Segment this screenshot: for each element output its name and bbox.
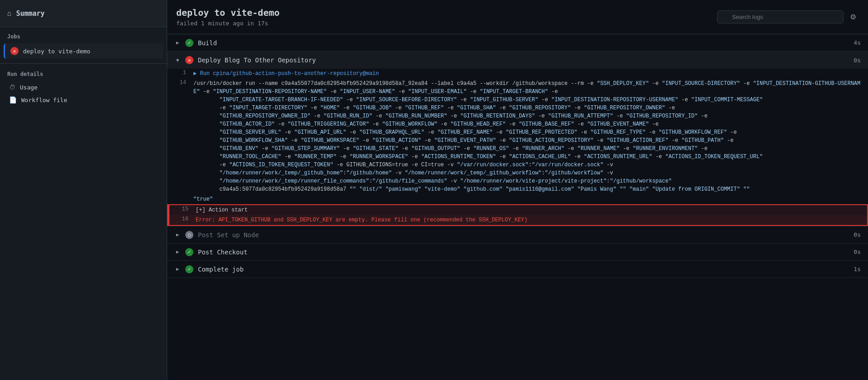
step-status-success-icon-complete-job: ✓ — [185, 265, 193, 273]
step-row-post-checkout[interactable]: ▶ ✓ Post Checkout 0s — [167, 244, 868, 261]
sidebar-job-label: deploy to vite-demo — [23, 48, 90, 55]
main-subtitle: failed 1 minute ago in 17s — [176, 20, 280, 27]
log-line-true: "true" — [167, 194, 868, 204]
chevron-right-icon-post-checkout: ▶ — [174, 249, 181, 255]
header-actions: 🔍 ⚙ — [717, 10, 859, 24]
step-label-post-setup-node: Post Set up Node — [198, 231, 843, 239]
home-icon: ⌂ — [7, 9, 12, 18]
step-row-deploy[interactable]: ▼ ✕ Deploy Blog To Other Oepository 0s — [167, 52, 868, 69]
step-label-build: Build — [198, 39, 843, 47]
chevron-right-icon-complete-job: ▶ — [174, 266, 181, 272]
chevron-right-icon: ▶ — [174, 40, 181, 46]
step-row-post-setup-node[interactable]: ▶ ○ Post Set up Node 0s — [167, 226, 868, 244]
sidebar-job-item-deploy[interactable]: ✕ deploy to vite-demo — [4, 43, 163, 59]
step-row-complete-job[interactable]: ▶ ✓ Complete job 1s — [167, 261, 868, 278]
run-details-section-label: Run details — [7, 71, 160, 77]
job-error-icon: ✕ — [10, 47, 19, 55]
log-line-content-15: [+] Action start — [192, 206, 867, 215]
sidebar: ⌂ Summary Jobs ✕ deploy to vite-demo Run… — [0, 0, 167, 380]
sidebar-summary-label: Summary — [16, 9, 45, 18]
settings-button[interactable]: ⚙ — [847, 10, 859, 24]
step-status-success-icon: ✓ — [185, 39, 193, 47]
step-label-complete-job: Complete job — [198, 266, 843, 273]
log-line-15: 15 [+] Action start — [168, 205, 867, 215]
workflow-file-label: Workflow file — [21, 97, 67, 103]
log-line-num-1: 1 — [167, 69, 190, 76]
sidebar-jobs-section-label: Jobs — [0, 27, 167, 42]
sidebar-usage-item[interactable]: ⏱ Usage — [7, 81, 160, 94]
sidebar-summary[interactable]: ⌂ Summary — [0, 0, 167, 27]
log-line-content-16: Error: API_TOKEN_GITHUB and SSH_DEPLOY_K… — [192, 216, 867, 225]
log-line-content-true: "true" — [190, 195, 868, 204]
step-duration-post-checkout: 0s — [847, 249, 861, 255]
deploy-log-content: 1 ▶ Run cpina/github-action-push-to-anot… — [167, 69, 868, 226]
error-highlight-box: 15 [+] Action start 16 Error: API_TOKEN_… — [167, 204, 868, 226]
main-title: deploy to vite-demo — [176, 7, 280, 18]
log-line-num-15: 15 — [169, 206, 192, 213]
log-line-content-1: ▶ Run cpina/github-action-push-to-anothe… — [190, 69, 868, 78]
search-logs-input[interactable] — [717, 10, 844, 23]
search-wrapper: 🔍 — [717, 10, 844, 23]
step-duration-build: 4s — [847, 39, 861, 46]
log-line-content-14: /usr/bin/docker run --name c9a4a55077da0… — [190, 79, 868, 194]
step-status-skip-icon-post-setup: ○ — [185, 231, 193, 239]
log-line-1: 1 ▶ Run cpina/github-action-push-to-anot… — [167, 69, 868, 79]
main-title-block: deploy to vite-demo failed 1 minute ago … — [176, 7, 280, 27]
log-line-16: 16 Error: API_TOKEN_GITHUB and SSH_DEPLO… — [168, 215, 867, 225]
log-line-num-true — [167, 195, 190, 196]
step-duration-post-setup-node: 0s — [847, 231, 861, 238]
sidebar-run-details: Run details ⏱ Usage 📄 Workflow file — [0, 63, 167, 110]
step-status-error-icon: ✕ — [185, 56, 193, 64]
step-label-deploy: Deploy Blog To Other Oepository — [198, 56, 843, 64]
step-label-post-checkout: Post Checkout — [198, 249, 843, 256]
log-area[interactable]: ▶ ✓ Build 4s ▼ ✕ Deploy Blog To Other Oe… — [167, 34, 868, 380]
step-row-build[interactable]: ▶ ✓ Build 4s — [167, 34, 868, 52]
step-status-success-icon-post-checkout: ✓ — [185, 248, 193, 256]
sidebar-workflow-file-item[interactable]: 📄 Workflow file — [7, 94, 160, 106]
usage-label: Usage — [20, 84, 38, 91]
main-content: deploy to vite-demo failed 1 minute ago … — [167, 0, 868, 380]
workflow-file-icon: 📄 — [9, 96, 17, 103]
log-line-num-14: 14 — [167, 79, 190, 86]
log-line-14: 14 /usr/bin/docker run --name c9a4a55077… — [167, 79, 868, 194]
step-duration-deploy: 0s — [847, 57, 861, 64]
log-line-num-16: 16 — [169, 216, 192, 223]
chevron-down-icon: ▼ — [174, 57, 181, 63]
step-duration-complete-job: 1s — [847, 266, 861, 272]
main-header: deploy to vite-demo failed 1 minute ago … — [167, 0, 868, 34]
chevron-right-icon-post-setup: ▶ — [174, 232, 181, 238]
usage-icon: ⏱ — [9, 84, 15, 91]
